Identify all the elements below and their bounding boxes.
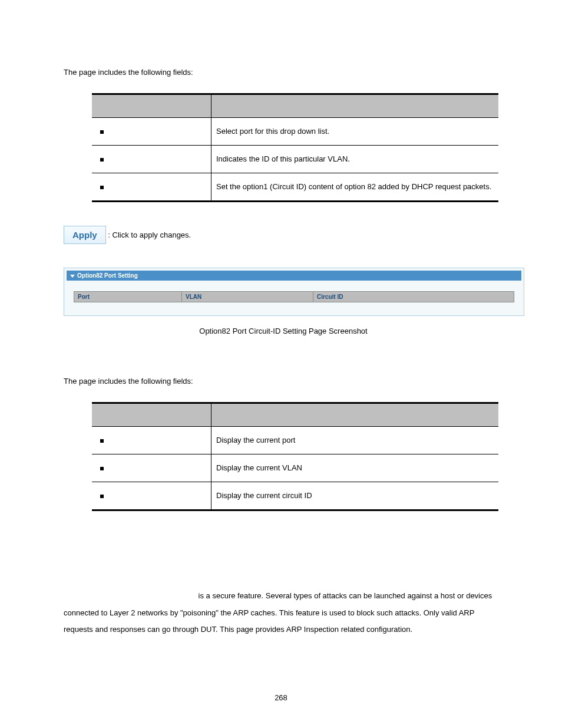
col-vlan: VLAN [182,292,313,302]
fields-table-1: Select port for this drop down list. Ind… [92,93,498,202]
table-row: Display the current VLAN [92,454,498,482]
bullet-icon [100,130,104,134]
bullet-icon [100,439,104,443]
page-number: 268 [0,693,562,702]
option82-screenshot: Option82 Port Setting Port VLAN Circuit … [64,268,524,316]
desc-cell: Indicates the ID of this particular VLAN… [211,146,499,173]
chevron-down-icon [70,275,75,278]
col-port: Port [74,292,182,302]
desc-cell: Display the current circuit ID [211,482,499,510]
bullet-icon [100,495,104,498]
table-row: Select port for this drop down list. [92,118,498,146]
fields-table-2: Display the current port Display the cur… [92,402,498,511]
intro-text-2: The page includes the following fields: [64,377,503,386]
panel-title: Option82 Port Setting [77,272,138,279]
apply-description: : Click to apply changes. [108,230,191,239]
bullet-icon [100,186,104,189]
table-row: Display the current circuit ID [92,482,498,510]
bullet-icon [100,158,104,162]
desc-cell: Display the current VLAN [211,454,499,482]
panel-header: Option82 Port Setting [67,271,521,281]
table-row: Indicates the ID of this particular VLAN… [92,146,498,173]
apply-button[interactable]: Apply [64,226,106,244]
screenshot-caption: Option82 Port Circuit-ID Setting Page Sc… [64,327,503,335]
desc-cell: Set the option1 (Circuit ID) content of … [211,173,499,202]
col-circuit-id: Circuit ID [313,292,514,302]
arp-paragraph: is a secure feature. Several types of at… [64,588,503,638]
table-row: Display the current port [92,427,498,454]
intro-text-1: The page includes the following fields: [64,68,503,77]
grid-header: Port VLAN Circuit ID [74,291,514,302]
table-row: Set the option1 (Circuit ID) content of … [92,173,498,202]
desc-cell: Select port for this drop down list. [211,118,499,146]
desc-cell: Display the current port [211,427,499,454]
bullet-icon [100,467,104,470]
